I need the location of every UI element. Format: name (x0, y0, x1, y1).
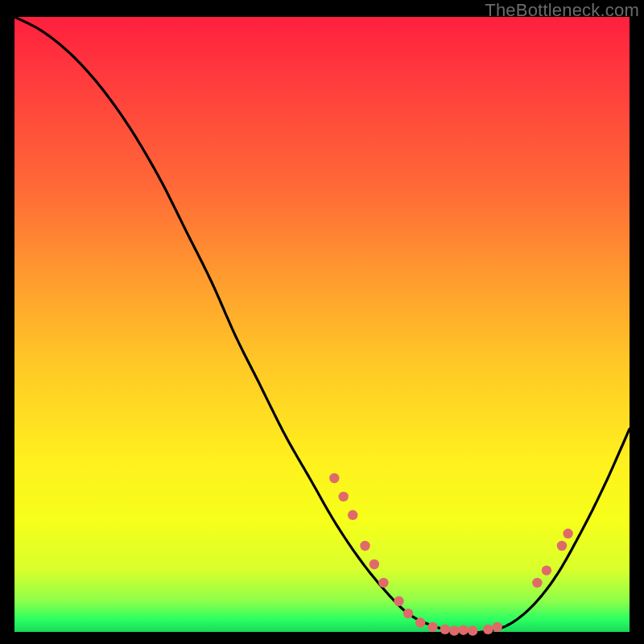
curve-marker (403, 609, 413, 618)
curve-marker (557, 541, 567, 551)
curve-marker (449, 625, 459, 635)
curve-marker (415, 617, 425, 627)
bottleneck-curve-svg (14, 17, 630, 632)
curve-marker (542, 565, 551, 575)
curve-markers (329, 473, 573, 636)
curve-marker (532, 578, 542, 588)
curve-marker (459, 625, 469, 635)
curve-marker (427, 622, 437, 632)
curve-marker (329, 473, 339, 483)
curve-marker (563, 529, 572, 539)
curve-marker (493, 622, 502, 632)
curve-marker (440, 625, 450, 634)
curve-marker (348, 510, 357, 520)
bottleneck-curve (14, 17, 630, 633)
chart-frame (14, 17, 630, 632)
curve-marker (369, 559, 379, 569)
curve-marker (360, 541, 369, 551)
curve-marker (394, 597, 403, 606)
curve-marker (468, 625, 477, 635)
curve-marker (339, 492, 349, 502)
curve-marker (483, 625, 493, 634)
curve-marker (378, 578, 388, 588)
watermark-text: TheBottleneck.com (485, 0, 639, 21)
